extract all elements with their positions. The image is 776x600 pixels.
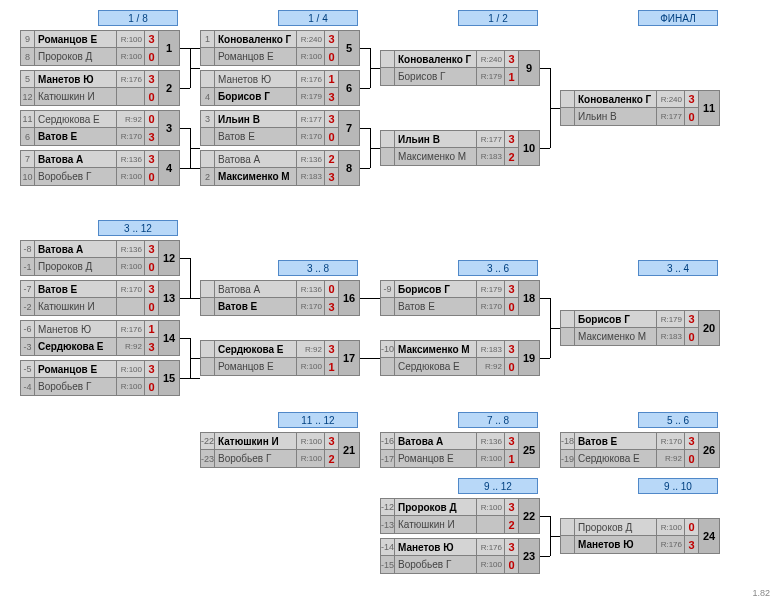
seed-number: -6 bbox=[21, 321, 35, 338]
seed-number: -23 bbox=[201, 450, 215, 467]
match-cell[interactable]: 5Манетов ЮR:176312Катюшкин И02 bbox=[20, 70, 180, 106]
connector-line bbox=[370, 68, 380, 69]
player-rating: R:136 bbox=[297, 281, 325, 298]
match-number: 11 bbox=[699, 91, 719, 125]
seed-number bbox=[381, 298, 395, 315]
player-rating bbox=[117, 298, 145, 315]
seed-number: 4 bbox=[201, 88, 215, 105]
match-cell[interactable]: -14Манетов ЮR:1763-15Воробьев ГR:100023 bbox=[380, 538, 540, 574]
match-cell[interactable]: -9Борисов ГR:1793Ватов ЕR:170018 bbox=[380, 280, 540, 316]
player-rating: R:92 bbox=[657, 450, 685, 467]
match-cell[interactable]: 1Коноваленко ГR:2403Романцов ЕR:10005 bbox=[200, 30, 360, 66]
seed-number bbox=[561, 328, 575, 345]
player-rating: R:100 bbox=[477, 450, 505, 467]
match-cell[interactable]: -10Максименко МR:1833Сердюкова ЕR:92019 bbox=[380, 340, 540, 376]
player-score: 2 bbox=[505, 148, 519, 165]
player-score: 3 bbox=[145, 128, 159, 145]
seed-number bbox=[201, 48, 215, 65]
match-cell[interactable]: Ильин ВR:1773Максименко МR:183210 bbox=[380, 130, 540, 166]
player-rating: R:92 bbox=[117, 338, 145, 355]
player-rating: R:240 bbox=[297, 31, 325, 48]
player-rating: R:177 bbox=[297, 111, 325, 128]
player-rating: R:177 bbox=[657, 108, 685, 125]
seed-number: 10 bbox=[21, 168, 35, 185]
match-cell[interactable]: Манетов ЮR:17614Борисов ГR:17936 bbox=[200, 70, 360, 106]
match-number: 26 bbox=[699, 433, 719, 467]
player-score: 0 bbox=[685, 108, 699, 125]
player-score: 2 bbox=[325, 151, 339, 168]
player-name: Катюшкин И bbox=[395, 516, 477, 533]
seed-number: 1 bbox=[201, 31, 215, 48]
player-score: 0 bbox=[145, 378, 159, 395]
player-name: Коноваленко Г bbox=[215, 31, 297, 48]
match-cell[interactable]: -16Ватова АR:1363-17Романцов ЕR:100125 bbox=[380, 432, 540, 468]
round-header: 3 .. 8 bbox=[278, 260, 358, 276]
match-number: 13 bbox=[159, 281, 179, 315]
player-score: 0 bbox=[685, 519, 699, 536]
player-name: Романцов Е bbox=[35, 31, 117, 48]
seed-number: -19 bbox=[561, 450, 575, 467]
match-cell[interactable]: Ватова АR:1360Ватов ЕR:170316 bbox=[200, 280, 360, 316]
seed-number: 12 bbox=[21, 88, 35, 105]
match-cell[interactable]: Пророков ДR:1000Манетов ЮR:176324 bbox=[560, 518, 720, 554]
match-number: 8 bbox=[339, 151, 359, 185]
seed-number: -3 bbox=[21, 338, 35, 355]
match-cell[interactable]: 9Романцов ЕR:10038Пророков ДR:10001 bbox=[20, 30, 180, 66]
round-header: 11 .. 12 bbox=[278, 412, 358, 428]
player-score: 0 bbox=[685, 450, 699, 467]
round-header: 3 .. 12 bbox=[98, 220, 178, 236]
player-name: Ильин В bbox=[395, 131, 477, 148]
match-cell[interactable]: Ватова АR:13622Максименко МR:18338 bbox=[200, 150, 360, 186]
match-cell[interactable]: 3Ильин ВR:1773Ватов ЕR:17007 bbox=[200, 110, 360, 146]
player-rating: R:100 bbox=[297, 48, 325, 65]
player-score: 3 bbox=[325, 298, 339, 315]
match-cell[interactable]: Коноваленко ГR:2403Борисов ГR:17919 bbox=[380, 50, 540, 86]
match-number: 23 bbox=[519, 539, 539, 573]
match-number: 3 bbox=[159, 111, 179, 145]
connector-line bbox=[190, 68, 200, 69]
player-rating: R:177 bbox=[477, 131, 505, 148]
player-name: Манетов Ю bbox=[35, 71, 117, 88]
connector-line bbox=[190, 148, 200, 149]
round-header: ФИНАЛ bbox=[638, 10, 718, 26]
match-cell[interactable]: Сердюкова ЕR:923Романцов ЕR:100117 bbox=[200, 340, 360, 376]
bracket-canvas: 1.82 1 / 81 / 41 / 2ФИНАЛ3 .. 123 .. 83 … bbox=[0, 0, 776, 600]
player-rating: R:136 bbox=[117, 151, 145, 168]
match-number: 18 bbox=[519, 281, 539, 315]
connector-line bbox=[360, 298, 380, 299]
player-rating: R:170 bbox=[117, 281, 145, 298]
match-number: 24 bbox=[699, 519, 719, 553]
player-score: 3 bbox=[325, 88, 339, 105]
seed-number: -2 bbox=[21, 298, 35, 315]
player-name: Борисов Г bbox=[575, 311, 657, 328]
player-name: Ватова А bbox=[395, 433, 477, 450]
player-score: 3 bbox=[505, 281, 519, 298]
player-score: 3 bbox=[505, 131, 519, 148]
player-score: 3 bbox=[145, 241, 159, 258]
match-number: 7 bbox=[339, 111, 359, 145]
match-cell[interactable]: -8Ватова АR:1363-1Пророков ДR:100012 bbox=[20, 240, 180, 276]
connector-line bbox=[360, 48, 370, 49]
player-name: Пророков Д bbox=[395, 499, 477, 516]
player-rating: R:176 bbox=[117, 321, 145, 338]
seed-number: -15 bbox=[381, 556, 395, 573]
seed-number bbox=[201, 281, 215, 298]
match-cell[interactable]: -6Манетов ЮR:1761-3Сердюкова ЕR:92314 bbox=[20, 320, 180, 356]
seed-number: -17 bbox=[381, 450, 395, 467]
match-cell[interactable]: -12Пророков ДR:1003-13Катюшкин И222 bbox=[380, 498, 540, 534]
match-cell[interactable]: -22Катюшкин ИR:1003-23Воробьев ГR:100221 bbox=[200, 432, 360, 468]
match-cell[interactable]: Борисов ГR:1793Максименко МR:183020 bbox=[560, 310, 720, 346]
player-name: Романцов Е bbox=[215, 48, 297, 65]
connector-line bbox=[540, 516, 550, 517]
player-rating: R:100 bbox=[117, 258, 145, 275]
match-cell[interactable]: 7Ватова АR:136310Воробьев ГR:10004 bbox=[20, 150, 180, 186]
connector-line bbox=[180, 258, 190, 259]
player-score: 3 bbox=[145, 31, 159, 48]
seed-number bbox=[201, 128, 215, 145]
match-cell[interactable]: -7Ватов ЕR:1703-2Катюшкин И013 bbox=[20, 280, 180, 316]
match-cell[interactable]: Коноваленко ГR:2403Ильин ВR:177011 bbox=[560, 90, 720, 126]
match-cell[interactable]: -18Ватов ЕR:1703-19Сердюкова ЕR:92026 bbox=[560, 432, 720, 468]
match-cell[interactable]: 11Сердюкова ЕR:9206Ватов ЕR:17033 bbox=[20, 110, 180, 146]
player-name: Романцов Е bbox=[35, 361, 117, 378]
match-cell[interactable]: -5Романцов ЕR:1003-4Воробьев ГR:100015 bbox=[20, 360, 180, 396]
